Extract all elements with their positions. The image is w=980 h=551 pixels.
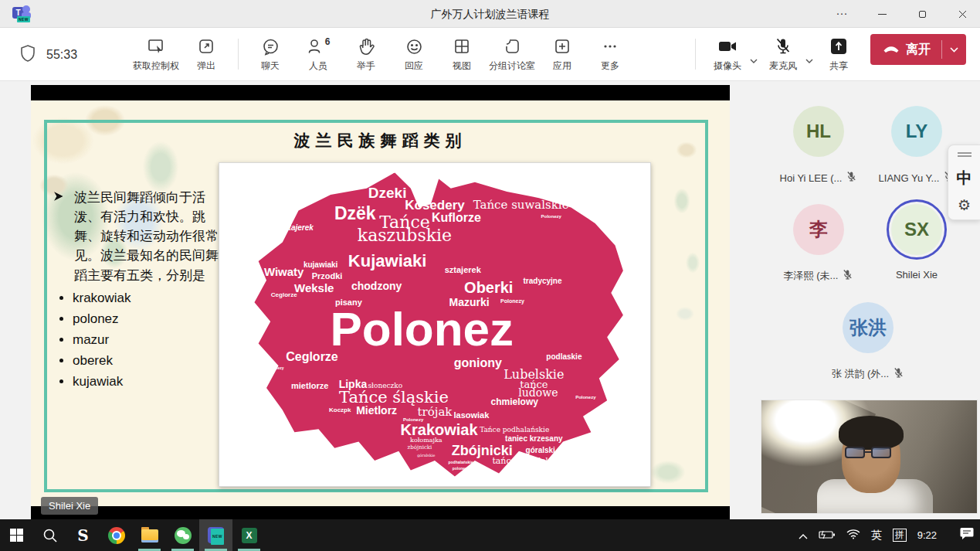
avatar: HL — [793, 106, 844, 157]
list-item: polonez — [73, 312, 221, 325]
wordcloud-word: Polonez — [330, 305, 514, 353]
wordcloud-word: polonezy — [453, 467, 470, 471]
clock[interactable]: 9:22 — [917, 529, 937, 541]
toolbar-divider — [695, 39, 696, 70]
camera-on-icon — [717, 36, 738, 57]
maximize-button[interactable] — [904, 0, 940, 28]
hangup-phone-icon — [883, 43, 900, 56]
ime-toolbar[interactable]: 中 ⚙ — [948, 145, 980, 220]
toolbar-divider — [238, 39, 239, 70]
wordcloud-word: chmielowy — [491, 397, 538, 406]
meeting-timer: 55:33 — [46, 48, 77, 62]
react-button[interactable]: 回应 — [390, 32, 438, 76]
s-app-icon: S — [77, 526, 88, 545]
titlebar-more-button[interactable]: ··· — [824, 0, 860, 28]
wifi-icon[interactable] — [846, 529, 860, 542]
avatar: SX — [891, 204, 942, 255]
wordcloud-word: Tańce suwalskie — [473, 199, 569, 211]
wordcloud-word: kujawiaki — [303, 261, 337, 269]
taskbar-s-app-button[interactable]: S — [66, 519, 100, 551]
wordcloud-word: góralskie — [417, 454, 435, 457]
participant-tile[interactable]: HLHoi Yi LEE (... — [768, 101, 870, 185]
list-item: oberek — [73, 354, 221, 367]
wordcloud-word: Polonezy — [380, 168, 404, 174]
wordcloud-word: taniec krzesany — [505, 435, 563, 443]
wordcloud-word: lasowiak — [453, 411, 489, 420]
taskbar-excel-button[interactable]: X — [232, 519, 266, 551]
wechat-icon — [175, 527, 192, 544]
participant-name: Shilei Xie — [896, 269, 938, 281]
mic-muted-icon — [846, 171, 857, 185]
windows-taskbar: S TNEW X 英 拼 9:22 — [0, 519, 980, 551]
participant-name: Hoi Yi LEE (... — [780, 172, 843, 184]
wordcloud-word: Kuflorze — [432, 212, 481, 224]
title-bar: T NEW 广外万人计划波兰语课程 ··· — [0, 0, 980, 28]
taskbar-wechat-button[interactable] — [166, 519, 199, 551]
taskbar-explorer-button[interactable] — [133, 519, 166, 551]
apps-button[interactable]: 应用 — [538, 32, 586, 76]
participant-tile[interactable]: 张洪张 洪韵 (外... — [817, 298, 919, 381]
take-control-button[interactable]: 获取控制权 — [130, 32, 182, 76]
wordcloud-word: Dzeki — [368, 185, 407, 199]
wordcloud-word: chodzony — [351, 281, 402, 291]
chat-button[interactable]: 聊天 — [246, 32, 294, 76]
start-button[interactable] — [0, 519, 33, 551]
meeting-main-area: 波兰民族舞蹈类别 波兰民间舞蹈倾向于活泼、有活力和欢快。跳舞、旋转和运动动作很常… — [0, 81, 980, 519]
camera-dropdown-chevron[interactable] — [750, 53, 758, 66]
camera-button[interactable]: 摄像头 — [704, 32, 751, 76]
people-button[interactable]: 6 人员 — [294, 32, 342, 76]
shield-icon — [20, 45, 36, 65]
mic-button[interactable]: 麦克风 — [759, 32, 807, 76]
wordcloud-word: Przodki — [312, 272, 343, 281]
shared-screen-stage[interactable]: 波兰民族舞蹈类别 波兰民间舞蹈倾向于活泼、有活力和欢快。跳舞、旋转和运动动作很常… — [31, 85, 730, 519]
slide-text-block: 波兰民间舞蹈倾向于活泼、有活力和欢快。跳舞、旋转和运动动作很常见。波兰最知名的民… — [54, 188, 221, 396]
leave-dropdown-chevron[interactable] — [942, 47, 966, 53]
taskbar-teams-button[interactable]: TNEW — [199, 519, 232, 551]
raise-hand-button[interactable]: 举手 — [342, 32, 390, 76]
avatar-wrap: 张洪 — [838, 298, 898, 358]
share-icon — [829, 36, 848, 57]
wordcloud-word: goniony — [454, 357, 502, 369]
popout-button[interactable]: 弹出 — [182, 32, 230, 76]
mic-dropdown-chevron[interactable] — [805, 53, 813, 66]
close-button[interactable] — [944, 0, 980, 28]
file-explorer-icon — [141, 529, 158, 542]
wordcloud-word: Koczpk — [329, 407, 351, 413]
wordcloud-word: góralski — [526, 447, 555, 454]
more-dots-icon — [602, 36, 619, 57]
view-button[interactable]: 视图 — [438, 32, 486, 76]
mic-muted-icon — [842, 269, 853, 283]
breakout-rooms-icon — [504, 36, 521, 57]
wordcloud-word: Oberki — [464, 280, 513, 295]
poland-map-panel: PolonezyDzekiKosederyTańce suwalskiePolo… — [219, 162, 651, 487]
apps-plus-icon — [554, 36, 571, 57]
taskbar-chrome-button[interactable] — [100, 519, 133, 551]
share-button[interactable]: 共享 — [815, 32, 863, 76]
wordcloud-word: Polonezy — [541, 214, 561, 219]
battery-icon[interactable] — [819, 529, 836, 542]
raise-hand-icon — [358, 36, 375, 57]
ime-language-mode[interactable]: 中 — [957, 170, 972, 185]
minimize-button[interactable] — [864, 0, 900, 28]
taskbar-search-button[interactable] — [33, 519, 66, 551]
avatar: 李 — [793, 204, 844, 255]
ime-pinyin-indicator[interactable]: 拼 — [893, 529, 907, 542]
self-video-tile[interactable] — [761, 400, 978, 514]
more-button[interactable]: 更多 — [586, 32, 634, 76]
wordcloud-word: Tańce podhalańskie — [480, 426, 549, 433]
glasses-left-lens — [845, 447, 865, 458]
ime-settings-gear-icon[interactable]: ⚙ — [958, 198, 971, 213]
breakout-rooms-button[interactable]: 分组讨论室 — [486, 32, 538, 76]
ime-drag-handle-icon[interactable] — [958, 152, 972, 157]
glasses-bridge — [864, 451, 872, 453]
tray-expand-chevron[interactable] — [799, 529, 808, 542]
leave-button[interactable]: 离开 — [870, 34, 966, 65]
ime-language-indicator[interactable]: 英 — [871, 529, 882, 542]
participants-panel: HLHoi Yi LEE (...LYLIANG Yu Y...李李泽熙 (未.… — [730, 81, 980, 519]
speaking-indicator-ring: SX — [887, 199, 947, 260]
teams-icon: TNEW — [208, 527, 224, 543]
people-icon: 6 — [307, 36, 330, 57]
wordcloud-word: Wiwaty — [264, 266, 304, 277]
notification-center-icon[interactable] — [960, 527, 974, 543]
participant-tile[interactable]: 李李泽熙 (未... — [768, 199, 870, 283]
